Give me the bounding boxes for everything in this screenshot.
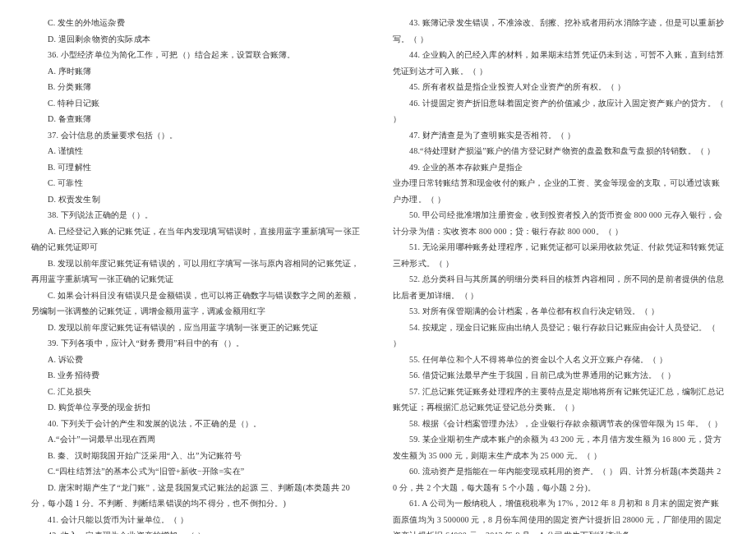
- text-line: 59. 某企业期初生产成本账户的余额为 43 200 元，本月借方发生额为 16…: [393, 431, 725, 463]
- text-line: 61. A 公司为一般纳税人，增值税税率为 17%，2012 年 8 月初和 8…: [393, 495, 725, 534]
- text-line: C.“四柱结算法”的基本公式为“旧管+新收−开除=实在”: [31, 463, 363, 480]
- text-line: 45. 所有者权益是指企业投资人对企业资产的所有权。（ ）: [393, 79, 725, 95]
- text-line: 52. 总分类科目与其所属的明细分类科目的核算内容相同，所不同的是前者提供的信息…: [393, 271, 725, 303]
- text-line: A.“会计”一词最早出现在西周: [31, 431, 363, 448]
- right-column: 43. 账簿记录发生错误，不准涂改、刮擦、挖补或者用药水消除字迹，但是可以重新抄…: [378, 15, 733, 524]
- text-line: 38. 下列说法正确的是（）。: [31, 207, 363, 223]
- text-line: D. 唐宋时期产生了“龙门账”，这是我国复式记账法的起源 三、判断题(本类题共 …: [31, 480, 363, 512]
- left-column: C. 发生的外地运杂费 D. 退回剩余物资的实际成本 36. 小型经济单位为简化…: [23, 15, 378, 524]
- text-line: 47. 财产清查是为了查明账实是否相符。（ ）: [393, 127, 725, 144]
- text-line: 60. 流动资产是指能在一年内能变现或耗用的资产。（ ） 四、计算分析题(本类题…: [393, 463, 725, 495]
- text-line: 53. 对所有保管期满的会计档案，各单位都有权自行决定销毁。（ ）: [393, 303, 725, 320]
- text-line: 37. 会计信息的质量要求包括（）。: [31, 127, 363, 144]
- text-line: A. 诉讼费: [31, 352, 363, 368]
- text-line: 43. 账簿记录发生错误，不准涂改、刮擦、挖补或者用药水消除字迹，但是可以重新抄…: [393, 15, 725, 47]
- text-line: B. 可理解性: [31, 159, 363, 176]
- text-line: A. 已经登记入账的记账凭证，在当年内发现填写错误时，直接用蓝字重新填写一张正确…: [31, 223, 363, 255]
- text-line: 41. 会计只能以货币为计量单位。（ ）: [31, 512, 363, 528]
- text-line: 55. 任何单位和个人不得将单位的资金以个人名义开立账户存储。（ ）: [393, 352, 725, 368]
- text-line: 36. 小型经济单位为简化工作，可把（）结合起来，设置联合账簿。: [31, 47, 363, 63]
- document-page: C. 发生的外地运杂费 D. 退回剩余物资的实际成本 36. 小型经济单位为简化…: [0, 0, 756, 534]
- text-line: C. 如果会计科目没有错误只是金额错误，也可以将正确数字与错误数字之间的差额，另…: [31, 288, 363, 320]
- text-line: B. 发现以前年度记账凭证有错误的，可以用红字填写一张与原内容相同的记账凭证，再…: [31, 255, 363, 288]
- text-line: C. 特种日记账: [31, 95, 363, 112]
- text-line: 58. 根据《会计档案管理办法》，企业银行存款余额调节表的保管年限为 15 年。…: [393, 416, 725, 432]
- text-line: D. 权责发生制: [31, 191, 363, 208]
- text-line: 44. 企业购入的已经入库的材料，如果期末结算凭证仍未到达，可暂不入账，直到结算…: [393, 47, 725, 79]
- text-line: C. 可靠性: [31, 175, 363, 191]
- text-line: B. 业务招待费: [31, 367, 363, 384]
- text-line: A. 谨慎性: [31, 143, 363, 159]
- text-line: D. 购货单位享受的现金折扣: [31, 399, 363, 416]
- text-line: 49. 企业的基本存款账户是指企: [393, 159, 725, 176]
- text-line: 51. 无论采用哪种账务处理程序，记账凭证都可以采用收款凭证、付款凭证和转账凭证…: [393, 239, 725, 271]
- text-line: 48.“待处理财产损溢”账户的借方登记财产物资的盘盈数和盘亏盘损的转销数。（ ）: [393, 143, 725, 159]
- text-line: C. 发生的外地运杂费: [31, 15, 363, 31]
- text-line: D. 发现以前年度记账凭证有错误的，应当用蓝字填制一张更正的记账凭证: [31, 320, 363, 336]
- text-line: 56. 借贷记账法最早产生于我国，目前已成为世界通用的记账方法。（ ）: [393, 367, 725, 384]
- text-line: B. 分类账簿: [31, 79, 363, 95]
- text-line: 57. 汇总记账凭证账务处理程序的主要特点是定期地将所有记账凭证汇总，编制汇总记…: [393, 384, 725, 416]
- text-line: 39. 下列各项中，应计入“财务费用”科目中的有（）。: [31, 335, 363, 352]
- text-line: 40. 下列关于会计的产生和发展的说法，不正确的是（）。: [31, 416, 363, 432]
- text-line: B. 秦、汉时期我国开始广泛采用“入、出”为记账符号: [31, 448, 363, 464]
- text-line: A. 序时账簿: [31, 63, 363, 80]
- text-line: 46. 计提固定资产折旧意味着固定资产的价值减少，故应计入固定资产账户的贷方。（…: [393, 95, 725, 127]
- text-line: 50. 甲公司经批准增加注册资金，收到投资者投入的货币资金 800 000 元存…: [393, 207, 725, 239]
- text-line: 42. 收入一定表现为企业资产的增加。（ ）: [31, 527, 363, 534]
- text-line: C. 汇兑损失: [31, 384, 363, 400]
- text-line: D. 备查账簿: [31, 111, 363, 127]
- text-line: 54. 按规定，现金日记账应由出纳人员登记；银行存款日记账应由会计人员登记。（ …: [393, 320, 725, 352]
- text-line: D. 退回剩余物资的实际成本: [31, 31, 363, 48]
- text-line: 业办理日常转账结算和现金收付的账户，企业的工资、奖金等现金的支取，可以通过该账户…: [393, 175, 725, 207]
